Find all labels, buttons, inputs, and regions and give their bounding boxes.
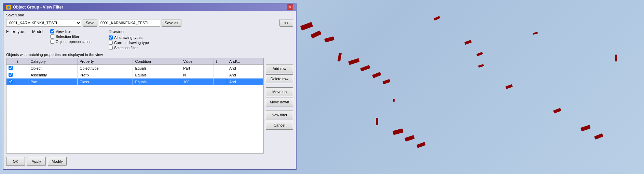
col-condition: Condition	[133, 58, 181, 65]
app-icon: 🔷	[6, 5, 11, 10]
dialog-title: Object Group - View Filter	[13, 5, 63, 10]
cad-shape	[615, 55, 617, 61]
selection-filter-row: Selection filter	[50, 34, 92, 39]
cad-shape	[434, 16, 440, 21]
titlebar-left: 🔷 Object Group - View Filter	[6, 5, 63, 10]
save-load-row: 0001_KARMIKENKÄ_TESTI Save Save as <<	[6, 19, 293, 27]
col-category: Category	[28, 58, 78, 65]
cad-shape	[324, 37, 334, 43]
modify-button[interactable]: Modify	[48, 157, 67, 166]
filter-type-row: Filter type: Model View filter Selection…	[6, 29, 293, 50]
row-and-or: And	[227, 78, 263, 85]
cad-shape	[338, 53, 342, 61]
cad-shape	[300, 22, 313, 30]
row-checkbox[interactable]	[9, 79, 13, 84]
row-property: Prefix	[78, 72, 133, 78]
save-button[interactable]: Save	[83, 19, 97, 27]
cad-shape	[476, 52, 483, 56]
drawing-selection-filter-label: Selection filter	[114, 46, 138, 50]
row-close-paren	[214, 72, 227, 78]
col-and-or: And/...	[227, 58, 263, 65]
row-category: Assembly	[28, 72, 78, 78]
row-category: Part	[28, 78, 78, 85]
filter-type-model: Model	[32, 29, 43, 34]
table-row[interactable]: Object Object type Equals Part And	[6, 65, 263, 72]
table-row[interactable]: Part Class Equals 100 And	[6, 78, 263, 85]
col-property: Property	[78, 58, 133, 65]
row-condition: Equals	[133, 72, 181, 78]
all-drawing-types-label: All drawing types	[114, 35, 142, 40]
filter-table: ( Category Property Condition Value ) An…	[6, 58, 263, 85]
cad-shape	[372, 72, 381, 78]
selection-filter-checkbox[interactable]	[50, 34, 54, 39]
cad-shape	[393, 128, 403, 135]
move-up-button[interactable]: Move up	[266, 87, 293, 96]
cad-shape	[478, 64, 484, 68]
new-filter-button[interactable]: New filter	[266, 111, 293, 119]
cad-shape	[533, 32, 538, 34]
row-checkbox[interactable]	[9, 66, 13, 70]
cad-shape	[382, 79, 390, 85]
cad-shape	[464, 40, 472, 45]
object-representation-label: Object representation	[56, 40, 92, 44]
row-and-or: And	[227, 65, 263, 72]
main-content: ( Category Property Condition Value ) An…	[6, 58, 293, 167]
row-condition: Equals	[133, 65, 181, 72]
close-button[interactable]: ✕	[287, 4, 293, 10]
selection-filter-label: Selection filter	[56, 34, 79, 39]
row-open-paren	[15, 78, 28, 85]
cad-shape	[416, 142, 426, 148]
apply-button[interactable]: Apply	[27, 157, 46, 166]
cad-shape	[580, 125, 591, 131]
row-property: Class	[78, 78, 133, 85]
cad-shape	[594, 133, 603, 140]
current-drawing-type-row: Current drawing type	[109, 41, 149, 45]
all-drawing-types-checkbox[interactable]	[109, 35, 113, 40]
save-as-button[interactable]: Save as	[162, 19, 181, 27]
filter-type-drawing: Drawing	[109, 29, 124, 34]
delete-row-button[interactable]: Delete row	[266, 74, 293, 83]
row-checkbox-cell	[6, 72, 15, 78]
table-description: Objects with matching properties are dis…	[6, 53, 293, 57]
view-filter-checkbox[interactable]	[50, 29, 54, 33]
drawing-selection-filter-checkbox[interactable]	[109, 46, 113, 50]
collapse-button[interactable]: <<	[279, 19, 293, 27]
row-property: Object type	[78, 65, 133, 72]
current-drawing-type-label: Current drawing type	[114, 41, 149, 45]
filter-table-container: ( Category Property Condition Value ) An…	[6, 58, 264, 154]
col-checkbox	[6, 58, 15, 65]
row-open-paren	[15, 65, 28, 72]
drawing-checkboxes: All drawing types Current drawing type S…	[109, 35, 149, 50]
filter-type-label: Filter type:	[6, 29, 25, 34]
row-checkbox-cell	[6, 78, 15, 85]
right-buttons-panel: Add row Delete row Move up Move down New…	[266, 58, 293, 167]
row-checkbox[interactable]	[9, 73, 13, 77]
row-value: N	[181, 72, 214, 78]
col-value: Value	[181, 58, 214, 65]
row-close-paren	[214, 65, 227, 72]
table-row[interactable]: Assembly Prefix Equals N And	[6, 72, 263, 78]
col-close-paren: )	[214, 58, 227, 65]
bottom-buttons: OK Apply Modify	[6, 155, 264, 167]
move-down-button[interactable]: Move down	[266, 98, 293, 106]
current-drawing-type-checkbox[interactable]	[109, 41, 113, 45]
object-representation-checkbox[interactable]	[50, 40, 54, 44]
view-filter-label: View filter	[56, 29, 72, 33]
add-row-button[interactable]: Add row	[266, 64, 293, 73]
cad-shape	[376, 118, 378, 125]
row-open-paren	[15, 72, 28, 78]
dialog-window: 🔷 Object Group - View Filter ✕ Save/Load…	[3, 3, 297, 170]
row-condition: Equals	[133, 78, 181, 85]
row-value: 100	[181, 78, 214, 85]
row-value: Part	[181, 65, 214, 72]
row-checkbox-cell	[6, 65, 15, 72]
cad-shape	[393, 99, 395, 102]
row-category: Object	[28, 65, 78, 72]
drawing-group: Drawing All drawing types Current drawin…	[109, 29, 149, 50]
view-filter-row: View filter	[50, 29, 92, 33]
ok-button[interactable]: OK	[6, 157, 25, 166]
cancel-button[interactable]: Cancel	[266, 121, 293, 130]
filter-name-input[interactable]	[99, 19, 160, 27]
filter-dropdown[interactable]: 0001_KARMIKENKÄ_TESTI	[6, 19, 81, 27]
model-checkboxes: View filter Selection filter Object repr…	[50, 29, 92, 44]
